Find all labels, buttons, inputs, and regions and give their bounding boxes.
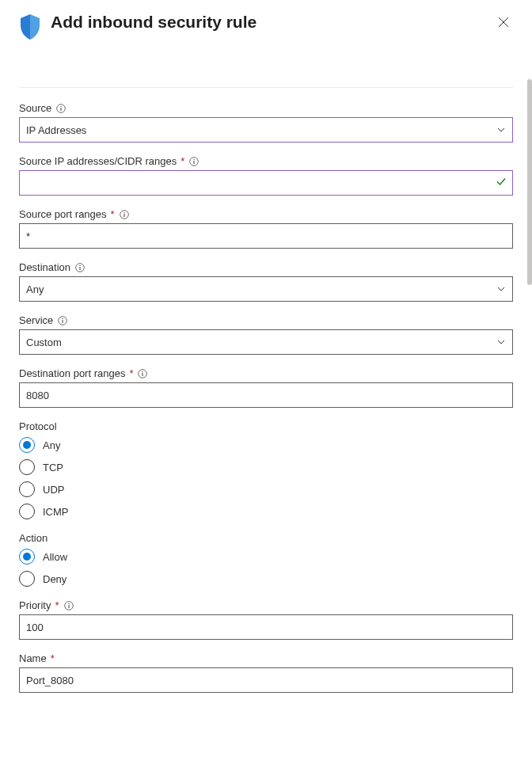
service-select[interactable]: Custom xyxy=(19,329,513,355)
radio-icon xyxy=(19,459,35,475)
required-marker: * xyxy=(51,652,55,664)
radio-icon xyxy=(19,571,35,587)
radio-icon xyxy=(19,481,35,497)
protocol-radio-group: Any TCP UDP ICMP xyxy=(19,437,513,519)
radio-icon xyxy=(19,437,35,453)
form: Source IP Addresses Source IP addresses/… xyxy=(19,102,513,693)
source-value: IP Addresses xyxy=(26,124,86,136)
scrollbar[interactable] xyxy=(527,79,532,285)
source-label: Source xyxy=(19,102,513,114)
svg-rect-17 xyxy=(142,373,143,376)
svg-rect-20 xyxy=(68,605,69,608)
action-radio-group: Allow Deny xyxy=(19,549,513,587)
radio-icon xyxy=(19,504,35,519)
svg-point-13 xyxy=(63,317,63,318)
svg-rect-14 xyxy=(63,320,63,323)
name-label: Name * xyxy=(19,652,513,664)
name-input[interactable] xyxy=(19,667,513,693)
svg-point-10 xyxy=(79,264,80,265)
info-icon[interactable] xyxy=(189,157,199,166)
action-label: Action xyxy=(19,532,513,544)
required-marker: * xyxy=(111,208,115,220)
radio-label: Any xyxy=(43,439,60,451)
required-marker: * xyxy=(180,155,184,167)
chevron-down-icon xyxy=(496,125,506,135)
destination-select[interactable]: Any xyxy=(19,276,513,302)
radio-label: ICMP xyxy=(43,506,69,518)
service-label: Service xyxy=(19,314,513,326)
chevron-down-icon xyxy=(496,337,506,347)
radio-label: UDP xyxy=(43,484,64,496)
radio-icon xyxy=(19,549,35,565)
svg-point-7 xyxy=(124,211,124,212)
destination-label: Destination xyxy=(19,261,513,273)
source-port-label: Source port ranges * xyxy=(19,208,513,220)
required-marker: * xyxy=(55,599,59,611)
action-radio-allow[interactable]: Allow xyxy=(19,549,513,565)
required-marker: * xyxy=(129,367,133,379)
info-icon[interactable] xyxy=(120,210,129,219)
protocol-radio-udp[interactable]: UDP xyxy=(19,481,513,497)
svg-point-16 xyxy=(142,371,143,371)
info-icon[interactable] xyxy=(138,369,147,378)
radio-label: TCP xyxy=(43,462,63,473)
service-label-text: Service xyxy=(19,314,53,326)
name-label-text: Name xyxy=(19,652,47,664)
svg-rect-5 xyxy=(194,161,195,164)
checkmark-icon xyxy=(496,177,507,190)
destination-value: Any xyxy=(26,283,44,295)
info-icon[interactable] xyxy=(64,601,74,610)
priority-input[interactable] xyxy=(19,614,513,640)
dest-port-label-text: Destination port ranges xyxy=(19,367,125,379)
svg-point-19 xyxy=(68,603,69,603)
protocol-radio-tcp[interactable]: TCP xyxy=(19,459,513,475)
priority-label-text: Priority xyxy=(19,599,51,611)
shield-icon xyxy=(19,14,41,40)
dest-port-label: Destination port ranges * xyxy=(19,367,513,379)
svg-rect-2 xyxy=(61,108,62,111)
dest-port-input[interactable] xyxy=(19,382,513,408)
destination-label-text: Destination xyxy=(19,261,70,273)
svg-point-4 xyxy=(194,158,195,159)
source-select[interactable]: IP Addresses xyxy=(19,117,513,143)
svg-rect-11 xyxy=(79,267,80,270)
radio-label: Deny xyxy=(43,573,66,585)
source-port-input[interactable] xyxy=(19,223,513,249)
svg-point-1 xyxy=(61,105,62,106)
protocol-radio-any[interactable]: Any xyxy=(19,437,513,453)
source-ip-label-text: Source IP addresses/CIDR ranges xyxy=(19,155,177,167)
protocol-label: Protocol xyxy=(19,420,513,432)
service-value: Custom xyxy=(26,336,62,348)
source-ip-input[interactable] xyxy=(19,170,513,196)
source-label-text: Source xyxy=(19,102,51,114)
action-radio-deny[interactable]: Deny xyxy=(19,571,513,587)
chevron-down-icon xyxy=(496,284,506,294)
radio-label: Allow xyxy=(43,551,67,563)
source-port-label-text: Source port ranges xyxy=(19,208,107,220)
source-ip-label: Source IP addresses/CIDR ranges * xyxy=(19,155,513,167)
close-button[interactable] xyxy=(494,13,513,32)
svg-rect-8 xyxy=(124,214,124,217)
info-icon[interactable] xyxy=(56,104,66,113)
panel-title: Add inbound security rule xyxy=(51,13,484,32)
action-label-text: Action xyxy=(19,532,48,544)
protocol-radio-icmp[interactable]: ICMP xyxy=(19,504,513,519)
divider xyxy=(19,87,513,88)
protocol-label-text: Protocol xyxy=(19,420,57,432)
panel-header: Add inbound security rule xyxy=(19,13,513,40)
info-icon[interactable] xyxy=(58,316,67,325)
priority-label: Priority * xyxy=(19,599,513,611)
info-icon[interactable] xyxy=(75,263,85,272)
